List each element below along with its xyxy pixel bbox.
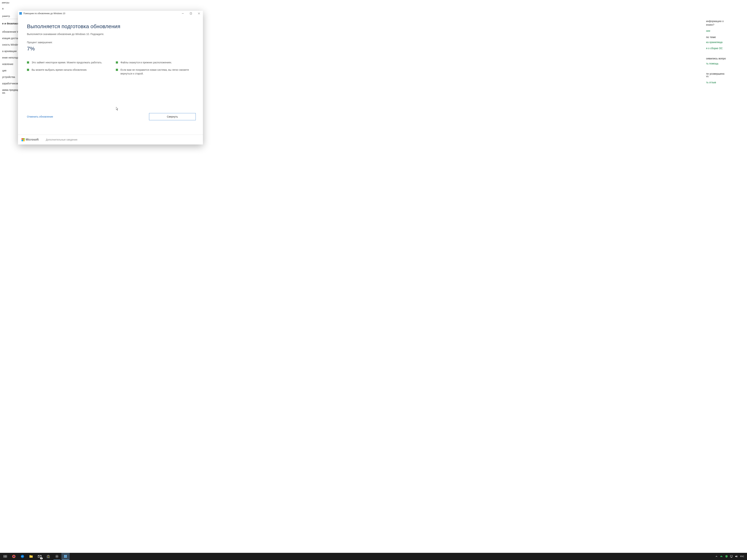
tray-network-icon[interactable] [730,555,733,558]
settings-home[interactable]: я [2,7,41,10]
dialog-footer: Microsoft Дополнительные сведения [18,135,203,144]
right-link-more[interactable]: нее [706,29,745,32]
svg-rect-0 [19,12,21,13]
feature-text: Файлы окажутся в прежних расположениях. [121,61,172,64]
taskbar: 99 РУС [0,553,747,560]
feature-text: Вы можете выбрать время начала обновлени… [32,68,87,72]
features-col-2: Файлы окажутся в прежних расположениях. … [116,61,194,76]
svg-rect-1 [21,12,22,13]
mail-badge: 99 [40,558,43,559]
minimize-button[interactable]: Свернуть [149,113,196,120]
dialog-actions: Отменить обновление Свернуть [27,113,196,120]
feature-item: Файлы окажутся в прежних расположениях. [116,61,194,64]
feature-item: Если вам не понравится новая система, вы… [116,68,194,76]
taskbar-right: РУС [715,555,746,558]
tray-volume-icon[interactable] [735,555,738,558]
svg-rect-20 [48,556,49,557]
svg-rect-8 [4,555,5,556]
svg-rect-26 [64,556,66,558]
tray-chevron-up-icon[interactable] [715,555,718,558]
bullet-icon [116,69,118,71]
right-heading-questions: оявились вопро [706,57,745,60]
svg-rect-22 [48,557,49,558]
feature-item: Это займет некоторое время. Можете продо… [27,61,105,64]
svg-rect-27 [66,556,67,558]
svg-rect-3 [21,14,22,15]
taskbar-file-explorer[interactable] [27,553,35,560]
subtext: Выполняется скачивание обновления до Win… [27,33,194,35]
taskbar-left: 99 [1,553,70,560]
svg-point-13 [13,556,15,557]
window-controls [179,11,203,16]
feature-text: Если вам не понравится новая система, вы… [121,68,194,76]
svg-rect-9 [5,555,7,556]
svg-rect-10 [4,557,5,558]
svg-rect-24 [64,555,66,556]
features-grid: Это займет некоторое время. Можете продо… [27,61,194,76]
svg-rect-11 [5,557,7,558]
bullet-icon [27,69,29,71]
svg-rect-28 [730,555,732,557]
settings-app-title: аметры [0,0,747,5]
window-title: Помощник по обновлению до Windows 10 [23,12,179,15]
close-window-button[interactable] [195,11,203,16]
right-info-1: информацию о [706,20,745,23]
svg-rect-2 [19,14,21,15]
titlebar: Помощник по обновлению до Windows 10 [18,11,203,16]
taskbar-settings[interactable] [53,553,61,560]
percent-value: 7% [27,46,194,52]
svg-rect-21 [48,557,48,558]
feature-text: Это займет некоторое время. Можете продо… [32,61,102,64]
tray-language[interactable]: РУС [740,555,744,558]
svg-rect-29 [731,557,732,558]
minimize-window-button[interactable] [179,11,187,16]
taskbar-firefox[interactable] [10,553,18,560]
right-link-feedback[interactable]: ть отзыв [706,81,745,84]
taskbar-mail[interactable]: 99 [35,553,44,560]
svg-rect-16 [29,555,31,556]
right-heading-related: по теме [706,35,745,38]
bullet-icon [27,61,29,63]
taskbar-store[interactable] [44,553,52,560]
microsoft-logo-icon [22,138,25,141]
bullet-icon [116,61,118,63]
right-link-storage[interactable]: ка хранилища [706,41,745,44]
more-info-link[interactable]: Дополнительные сведения [46,138,77,141]
tray-security-icon[interactable] [725,555,728,558]
feature-item: Вы можете выбрать время начала обновлени… [27,68,105,72]
taskbar-edge[interactable] [18,553,27,560]
microsoft-label: Microsoft [26,138,38,141]
tray-onedrive-icon[interactable] [720,555,723,558]
features-col-1: Это займет некоторое время. Можете продо… [27,61,105,76]
right-link-help[interactable]: ть помощь [706,62,745,65]
svg-rect-19 [48,556,48,557]
settings-right-panel: информацию о ениях? нее по теме ка храни… [704,18,747,553]
update-assistant-window: Помощник по обновлению до Windows 10 Вып… [18,11,203,144]
percent-label: Процент завершения: [27,41,194,44]
cancel-update-link[interactable]: Отменить обновление [27,115,53,118]
windows-icon [19,12,22,15]
svg-point-14 [21,555,24,558]
right-link-build[interactable]: я о сборке ОС [706,47,745,50]
svg-rect-5 [190,13,191,15]
right-text-vs: vs [706,75,745,78]
svg-rect-25 [66,555,67,556]
taskbar-task-view[interactable] [1,553,9,560]
microsoft-logo: Microsoft [22,138,38,141]
maximize-window-button[interactable] [187,11,195,16]
dialog-body: Выполняется подготовка обновления Выполн… [18,16,203,135]
taskbar-update-assistant[interactable] [61,553,70,560]
main-heading: Выполняется подготовка обновления [27,23,194,29]
svg-point-23 [56,556,57,557]
right-info-2: ениях? [706,23,745,26]
